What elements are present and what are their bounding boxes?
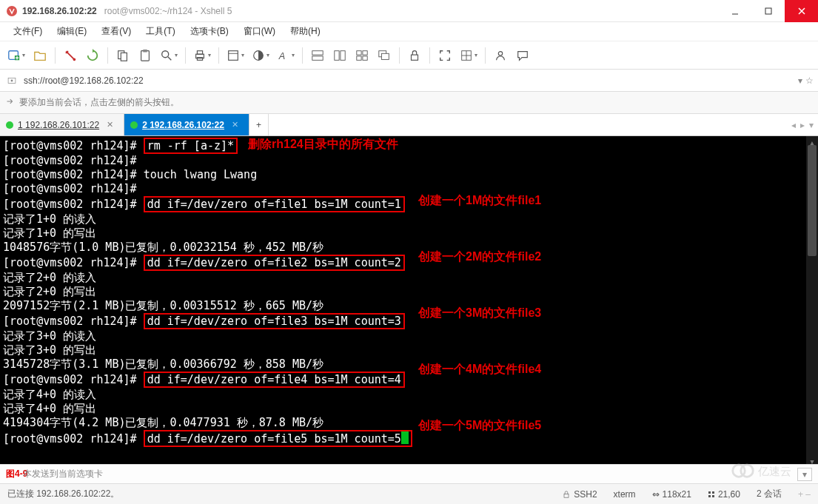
svg-rect-29: [412, 55, 418, 60]
svg-rect-9: [143, 49, 147, 52]
highlighted-command: dd if=/dev/zero of=file1 bs=1M count=1: [144, 196, 405, 212]
highlighted-command: dd if=/dev/zero of=file4 bs=1M count=4: [144, 372, 405, 388]
status-protocol: SSH2: [562, 489, 597, 500]
menu-view[interactable]: 查看(V): [95, 24, 137, 39]
toolbar: ▾ ▾ ▾ ▾ ▾ A▾ ▾: [0, 41, 818, 70]
close-button[interactable]: [785, 0, 818, 22]
title-bar: 192.168.26.102:22 root@vms002:~/rh124 - …: [0, 0, 818, 22]
menu-edit[interactable]: 编辑(E): [51, 24, 93, 39]
send-bar[interactable]: 图4-9 本发送到当前选项卡 ▾: [0, 464, 818, 483]
menu-bar: 文件(F) 编辑(E) 查看(V) 工具(T) 选项卡(B) 窗口(W) 帮助(…: [0, 22, 818, 41]
status-grip-icon[interactable]: + –: [798, 489, 811, 500]
terminal-cursor: [401, 431, 409, 444]
svg-rect-37: [708, 495, 711, 497]
chat-button[interactable]: [512, 45, 533, 66]
annotation: 创建一个2M的文件file2: [418, 249, 541, 263]
close-tab-icon[interactable]: ✕: [232, 120, 238, 130]
users-button[interactable]: [490, 45, 511, 66]
window-title: 192.168.26.102:22: [22, 6, 97, 16]
add-tab-button[interactable]: +: [249, 114, 269, 135]
send-placeholder: 本发送到当前选项卡: [23, 468, 103, 480]
address-dropdown-icon[interactable]: ▾: [798, 75, 802, 86]
svg-point-10: [162, 50, 169, 57]
highlighted-command: rm -rf [a-z]*: [144, 138, 238, 154]
connect-button[interactable]: [60, 45, 81, 66]
svg-rect-34: [564, 494, 569, 497]
svg-rect-19: [312, 50, 323, 54]
svg-rect-13: [197, 50, 202, 54]
color-scheme-button[interactable]: ▾: [249, 45, 272, 66]
app-icon: [6, 5, 18, 17]
svg-point-31: [498, 51, 502, 55]
highlighted-command: dd if=/dev/zero of=file2 bs=1M count=2: [144, 255, 405, 271]
font-button[interactable]: A▾: [274, 45, 298, 66]
session-tab-2[interactable]: 2 192.168.26.102:22 ✕: [124, 114, 249, 135]
tile-grid-button[interactable]: [352, 45, 372, 66]
tab-scroll-left-icon[interactable]: ◂: [791, 120, 796, 130]
properties-button[interactable]: ▾: [224, 45, 247, 66]
svg-rect-26: [363, 56, 367, 59]
print-button[interactable]: ▾: [190, 45, 214, 66]
search-button[interactable]: ▾: [157, 45, 181, 66]
reconnect-button[interactable]: [82, 45, 103, 66]
svg-text:亿速云: 亿速云: [757, 466, 791, 477]
session-tabstrip: 1 192.168.26.101:22 ✕ 2 192.168.26.102:2…: [0, 114, 818, 136]
annotation: 删除rh124目录中的所有文件: [248, 137, 398, 151]
svg-rect-25: [357, 56, 361, 59]
menu-help[interactable]: 帮助(H): [284, 24, 326, 39]
lock-button[interactable]: [404, 45, 425, 66]
svg-line-11: [168, 56, 172, 60]
minimize-button[interactable]: [718, 0, 751, 22]
copy-button[interactable]: [113, 45, 133, 66]
status-dot-icon: [130, 121, 138, 129]
svg-rect-35: [708, 491, 711, 494]
svg-rect-20: [312, 56, 323, 59]
annotation: 创建一个4M的文件file4: [418, 362, 541, 376]
svg-point-0: [7, 6, 17, 16]
hint-arrow-icon[interactable]: [4, 96, 15, 109]
watermark-logo: 亿速云: [731, 460, 812, 483]
highlighted-command: dd if=/dev/zero of=file5 bs=1M count=5: [144, 430, 412, 447]
terminal-scrollbar[interactable]: ▲ ▼: [806, 136, 818, 464]
status-cursor-pos: 21,60: [708, 489, 740, 500]
svg-point-40: [741, 465, 754, 477]
address-favorite-icon[interactable]: ☆: [805, 75, 814, 86]
svg-rect-36: [712, 491, 714, 494]
paste-button[interactable]: [135, 45, 155, 66]
fullscreen-button[interactable]: [435, 45, 455, 66]
terminal[interactable]: [root@vms002 rh124]# rm -rf [a-z]* 删除rh1…: [0, 136, 818, 464]
window-subtitle: root@vms002:~/rh124 - Xshell 5: [104, 6, 232, 16]
transparency-button[interactable]: ▾: [457, 45, 480, 66]
svg-point-5: [73, 58, 76, 61]
status-size: ⇔ 118x21: [652, 489, 691, 500]
scrollbar-thumb[interactable]: [808, 145, 817, 256]
address-input[interactable]: ssh://root@192.168.26.102:22: [24, 75, 794, 86]
hint-bar: 要添加当前会话，点击左侧的箭头按钮。: [0, 92, 818, 114]
svg-rect-23: [357, 50, 361, 54]
open-button[interactable]: [30, 45, 50, 66]
svg-rect-24: [363, 50, 367, 54]
hint-text: 要添加当前会话，点击左侧的箭头按钮。: [19, 96, 179, 109]
tab-scroll-right-icon[interactable]: ▸: [800, 120, 805, 130]
svg-rect-8: [141, 50, 150, 61]
svg-rect-38: [712, 495, 714, 497]
host-lock-icon: [4, 75, 19, 86]
close-tab-icon[interactable]: ✕: [107, 120, 113, 130]
new-session-button[interactable]: ▾: [4, 45, 28, 66]
menu-window[interactable]: 窗口(W): [238, 24, 281, 39]
annotation: 创建一个3M的文件file3: [418, 306, 541, 320]
maximize-button[interactable]: [751, 0, 785, 22]
cascade-button[interactable]: [374, 45, 395, 66]
tile-horizontal-button[interactable]: [307, 45, 328, 66]
status-dot-icon: [6, 121, 13, 129]
svg-rect-22: [341, 50, 345, 60]
svg-rect-15: [229, 50, 238, 60]
menu-file[interactable]: 文件(F): [7, 24, 48, 39]
annotation: 创建一个5M的文件file5: [418, 418, 541, 432]
menu-tabs[interactable]: 选项卡(B): [184, 24, 235, 39]
tab-list-icon[interactable]: ▾: [809, 120, 814, 130]
tile-vertical-button[interactable]: [329, 45, 350, 66]
session-tab-1[interactable]: 1 192.168.26.101:22 ✕: [0, 114, 124, 135]
svg-rect-2: [765, 8, 771, 14]
menu-tools[interactable]: 工具(T): [140, 24, 181, 39]
